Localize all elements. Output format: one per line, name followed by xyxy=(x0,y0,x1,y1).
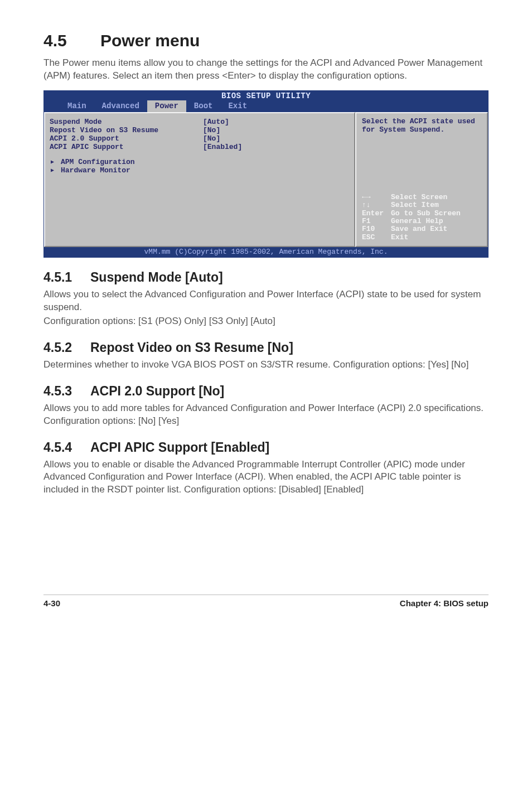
bios-submenu-label: Hardware Monitor xyxy=(50,166,203,175)
bios-item-label: Repost Video on S3 Resume xyxy=(50,126,203,134)
bios-key-row: F10Save and Exit xyxy=(362,225,482,233)
bios-item-value: [No] xyxy=(203,134,220,143)
bios-tab-boot[interactable]: Boot xyxy=(186,100,221,112)
bios-item[interactable]: Repost Video on S3 Resume [No] xyxy=(50,126,350,134)
bios-tab-advanced[interactable]: Advanced xyxy=(94,100,147,112)
subsection-heading: 4.5.3ACPI 2.0 Support [No] xyxy=(43,384,489,399)
bios-item-value: [Enabled] xyxy=(203,143,242,151)
bios-item[interactable]: ACPI APIC Support [Enabled] xyxy=(50,143,350,151)
body-paragraph: Allows you to add more tables for Advanc… xyxy=(43,402,489,428)
bios-key-row: ESCExit xyxy=(362,234,482,241)
bios-item-value: [Auto] xyxy=(203,118,229,126)
bios-key-row: ↑↓Select Item xyxy=(362,201,482,209)
page-footer: 4-30 Chapter 4: BIOS setup xyxy=(43,595,489,608)
bios-submenu[interactable]: Hardware Monitor xyxy=(50,166,350,175)
subsection-title: Repost Video on S3 Resume [No] xyxy=(90,340,293,355)
bios-key-desc: Save and Exit xyxy=(391,225,447,233)
body-paragraph: Configuration options: [S1 (POS) Only] [… xyxy=(43,315,489,328)
bios-tab-power[interactable]: Power xyxy=(147,100,186,112)
bios-item-value: [No] xyxy=(203,126,220,134)
bios-key: F10 xyxy=(362,225,391,233)
subsection-title: ACPI 2.0 Support [No] xyxy=(90,384,224,398)
section-heading: 4.5Power menu xyxy=(43,31,489,50)
bios-item-label: ACPI 2.0 Support xyxy=(50,134,203,143)
bios-tab-main[interactable]: Main xyxy=(60,100,94,112)
bios-key-desc: General Help xyxy=(391,218,443,225)
subsection-title: Suspend Mode [Auto] xyxy=(90,270,223,284)
bios-key-row: F1General Help xyxy=(362,218,482,225)
subsection-number: 4.5.2 xyxy=(43,340,90,355)
bios-left-pane: Suspend Mode [Auto] Repost Video on S3 R… xyxy=(44,112,355,247)
bios-item[interactable]: Suspend Mode [Auto] xyxy=(50,118,350,126)
bios-item-label: Suspend Mode xyxy=(50,118,203,126)
bios-key-row: EnterGo to Sub Screen xyxy=(362,210,482,218)
body-paragraph: Allows you to enable or disable the Adva… xyxy=(43,458,489,497)
bios-submenu[interactable]: APM Configuration xyxy=(50,158,350,166)
bios-key: ESC xyxy=(362,234,391,241)
subsection-number: 4.5.4 xyxy=(43,440,90,455)
bios-title: BIOS SETUP UTILITY xyxy=(44,91,488,100)
subsection-heading: 4.5.1Suspend Mode [Auto] xyxy=(43,270,489,285)
body-paragraph: Allows you to select the Advanced Config… xyxy=(43,288,489,314)
bios-key-row: ←→Select Screen xyxy=(362,194,482,201)
bios-tab-exit[interactable]: Exit xyxy=(220,100,255,112)
chapter-label: Chapter 4: BIOS setup xyxy=(400,598,489,608)
subsection-title: ACPI APIC Support [Enabled] xyxy=(90,440,269,455)
bios-help-text: Select the ACPI state used for System Su… xyxy=(362,118,482,134)
body-paragraph: Determines whether to invoke VGA BIOS PO… xyxy=(43,359,489,371)
page-number: 4-30 xyxy=(43,598,60,608)
bios-key: Enter xyxy=(362,210,391,218)
bios-item-label: ACPI APIC Support xyxy=(50,143,203,151)
bios-item[interactable]: ACPI 2.0 Support [No] xyxy=(50,134,350,143)
subsection-number: 4.5.3 xyxy=(43,384,90,399)
bios-key-desc: Select Item xyxy=(391,201,439,209)
section-title: Power menu xyxy=(100,31,200,50)
subsection-heading: 4.5.2Repost Video on S3 Resume [No] xyxy=(43,340,489,355)
bios-key: F1 xyxy=(362,218,391,225)
subsection-number: 4.5.1 xyxy=(43,270,90,285)
bios-key-help: ←→Select Screen ↑↓Select Item EnterGo to… xyxy=(362,194,482,241)
bios-key: ←→ xyxy=(362,194,391,201)
bios-key-desc: Go to Sub Screen xyxy=(391,210,461,218)
bios-submenu-label: APM Configuration xyxy=(50,158,203,166)
section-number: 4.5 xyxy=(43,31,100,50)
bios-tab-row: Main Advanced Power Boot Exit xyxy=(44,100,488,112)
bios-right-pane: Select the ACPI state used for System Su… xyxy=(355,112,488,247)
bios-key-desc: Select Screen xyxy=(391,194,447,201)
subsection-heading: 4.5.4ACPI APIC Support [Enabled] xyxy=(43,440,489,455)
bios-key-desc: Exit xyxy=(391,234,408,241)
intro-paragraph: The Power menu items allow you to change… xyxy=(43,57,489,83)
bios-screenshot: BIOS SETUP UTILITY Main Advanced Power B… xyxy=(43,90,489,258)
bios-copyright: vMM.mm (C)Copyright 1985-2002, American … xyxy=(44,247,488,257)
bios-key: ↑↓ xyxy=(362,201,391,209)
